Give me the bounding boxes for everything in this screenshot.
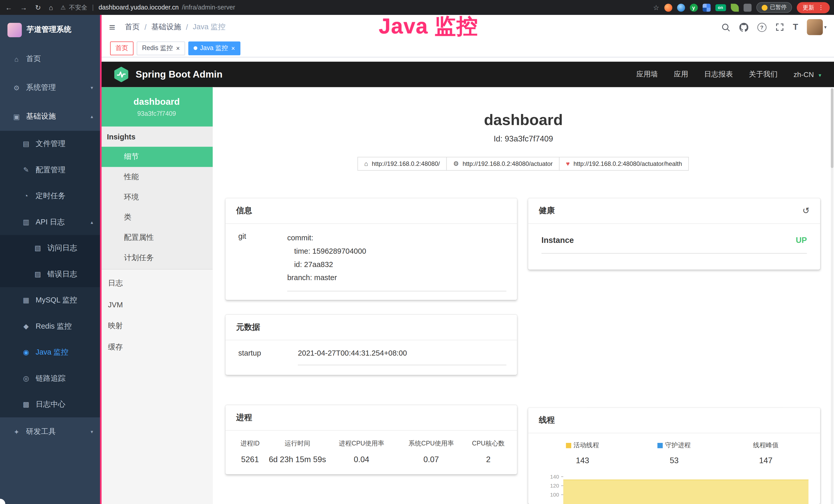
main-area: ≡ 首页 / 基础设施 / Java 监控 ? T [101,15,834,504]
chevron-down-icon: ▾ [818,72,821,78]
paused-badge[interactable]: 已暂停 [756,2,792,13]
sba-item-performance[interactable]: 性能 [101,167,213,187]
heart-icon: ♥ [566,160,570,167]
fullscreen-icon[interactable] [775,23,784,31]
error-log-icon: ▨ [32,270,44,278]
sba-main: dashboard Id: 93a3fc7f7409 ⌂ http://192.… [213,87,834,504]
process-col-process-cpu: 进程CPU使用率 0.04 [327,439,396,463]
extension-leaf-icon[interactable] [730,3,739,11]
app-menu: ⌂ 首页 ⚙ 系统管理 ▾ ▣ 基础设施 ▴ ▤ 文件管理 ✎ 配置管 [0,45,101,446]
sidebar-item-trace[interactable]: ◎ 链路追踪 [0,365,101,391]
header-actions: ? T ▾ [721,19,827,35]
close-icon[interactable]: × [176,44,180,52]
breadcrumb-infrastructure[interactable]: 基础设施 [151,22,181,32]
locale-label: zh-CN [794,70,814,78]
extension-puzzle-icon[interactable] [702,3,710,11]
sidebar-item-scheduled-jobs[interactable]: ◔ 定时任务 [0,183,101,209]
sba-nav-about[interactable]: 关于我们 [749,70,778,79]
tab-java-monitor[interactable]: Java 监控 × [188,41,240,55]
sidebar-item-java-monitor[interactable]: ◉ Java 监控 [0,339,101,365]
extension-on-badge[interactable]: on [715,4,726,11]
sba-item-scheduled-tasks[interactable]: 计划任务 [101,248,213,268]
close-icon[interactable]: × [231,44,235,52]
menu-dots-icon[interactable]: ⋮ [818,4,824,11]
sidebar-item-mysql-monitor[interactable]: ▦ MySQL 监控 [0,287,101,313]
sba-item-jvm[interactable]: JVM [101,294,213,315]
sba-item-mappings[interactable]: 映射 [101,315,213,337]
insights-group: Insights 细节 性能 环境 类 配置属性 计划任务 [101,127,213,270]
github-icon[interactable] [739,23,748,31]
sba-item-caches[interactable]: 缓存 [101,337,213,358]
sba-item-classes[interactable]: 类 [101,207,213,228]
active-dot [194,46,197,50]
info-card: 信息 git commit: time: 1596289704000 id: 2… [225,198,517,300]
sba-instance-header[interactable]: dashboard 93a3fc7f7409 [101,87,213,127]
paused-label: 已暂停 [770,4,787,11]
sidebar-item-file-management[interactable]: ▤ 文件管理 [0,131,101,157]
breadcrumb-home[interactable]: 首页 [125,22,140,32]
git-id-line: id: 27aa832 [287,258,506,271]
sba-nav-journal[interactable]: 日志报表 [704,70,733,79]
java-monitor-icon: ◉ [20,348,32,356]
scrollbar[interactable] [831,88,833,504]
sidebar-item-system-management[interactable]: ⚙ 系统管理 ▾ [0,73,101,102]
detail-sections: 信息 git commit: time: 1596289704000 id: 2… [213,198,834,504]
browser-home-icon[interactable]: ⌂ [49,3,53,11]
sidebar-item-redis-monitor[interactable]: ◆ Redis 监控 [0,313,101,339]
sba-item-environment[interactable]: 环境 [101,187,213,207]
user-menu[interactable]: ▾ [807,19,827,35]
service-url-button[interactable]: ⌂ http://192.168.0.2:48080/ [357,157,447,171]
process-col-pid: 进程ID 5261 [232,439,268,463]
refresh-icon[interactable]: ↻ [35,3,41,11]
sidebar-item-access-logs[interactable]: ▧ 访问日志 [0,235,101,261]
sba-item-config-properties[interactable]: 配置属性 [101,228,213,248]
trace-icon: ◎ [20,374,32,382]
access-log-icon: ▧ [32,244,44,252]
extension-orange-icon[interactable] [664,3,672,11]
extension-y-icon[interactable]: y [690,3,698,11]
sba-locale-select[interactable]: zh-CN ▾ [794,70,821,78]
update-button[interactable]: 更新 ⋮ [797,2,830,13]
sba-nav-applications[interactable]: 应用 [674,70,688,79]
health-url-button[interactable]: ♥ http://192.168.0.2:48080/actuator/heal… [559,157,689,171]
sidebar-item-home[interactable]: ⌂ 首页 [0,45,101,73]
extension-drop-icon[interactable] [677,3,685,11]
hamburger-icon[interactable]: ≡ [109,21,115,33]
legend-value: 53 [628,456,720,465]
help-icon[interactable]: ? [757,23,766,31]
sidebar-item-infrastructure[interactable]: ▣ 基础设施 ▴ [0,102,101,131]
sba-item-logs[interactable]: 日志 [101,273,213,294]
tab-home[interactable]: 首页 [110,41,134,55]
sidebar-item-dev-tools[interactable]: ✦ 研发工具 ▾ [0,417,101,446]
tab-label: 首页 [115,44,128,53]
sidebar-item-config-management[interactable]: ✎ 配置管理 [0,157,101,183]
forward-icon[interactable]: → [20,3,27,11]
home-icon: ⌂ [10,55,22,63]
caret-down-icon: ▾ [824,24,827,30]
extension-dark-puzzle-icon[interactable] [743,3,751,11]
sba-nav-wallboard[interactable]: 应用墙 [636,70,658,79]
address-bar[interactable]: ⚠ 不安全 | dashboard.yudao.iocoder.cn/infra… [61,3,235,11]
sba-brand[interactable]: Spring Boot Admin [136,69,222,80]
font-size-icon[interactable]: T [793,22,798,32]
sidebar-item-label: Java 监控 [36,347,68,357]
breadcrumb-current: Java 监控 [193,22,225,32]
infrastructure-submenu: ▤ 文件管理 ✎ 配置管理 ◔ 定时任务 ▥ API 日志 ▴ ▧ [0,131,101,417]
scrollbar-thumb[interactable] [831,88,833,168]
search-icon[interactable] [721,23,730,31]
sidebar-item-log-center[interactable]: ▩ 日志中心 [0,391,101,417]
sidebar-item-api-logs[interactable]: ▥ API 日志 ▴ [0,209,101,235]
sidebar-item-error-logs[interactable]: ▨ 错误日志 [0,261,101,287]
history-icon[interactable]: ↺ [803,206,810,216]
process-col-uptime: 运行时间 6d 23h 15m 59s [268,439,327,463]
back-icon[interactable]: ← [5,3,12,11]
tab-redis-monitor[interactable]: Redis 监控 × [137,41,185,55]
metadata-value: 2021-04-27T00:44:31.254+08:00 [298,349,506,365]
screen: ← → ↻ ⌂ ⚠ 不安全 | dashboard.yudao.iocoder.… [0,0,834,504]
sba-item-details[interactable]: 细节 [101,147,213,167]
actuator-url-button[interactable]: ⚙ http://192.168.0.2:48080/actuator [446,157,560,171]
file-icon: ▤ [20,140,32,148]
bookmark-star-icon[interactable]: ☆ [653,3,659,11]
app-logo[interactable]: 芋道管理系统 [0,15,101,45]
spring-boot-admin: Spring Boot Admin 应用墙 应用 日志报表 关于我们 zh-CN… [101,62,834,504]
